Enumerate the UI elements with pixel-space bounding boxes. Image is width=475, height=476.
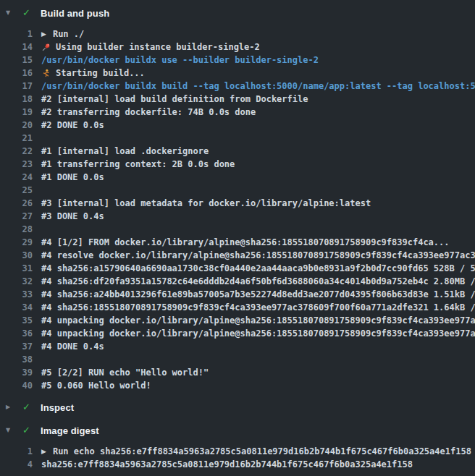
log-line-content: #5 [2/2] RUN echo "Hello world!"	[41, 366, 209, 379]
log-line: 1▶Run echo sha256:e7ff8834a5963a2785c5a0…	[0, 445, 475, 458]
log-line: 21	[0, 132, 475, 145]
chevron-right-icon[interactable]: ▶	[6, 399, 13, 415]
line-number[interactable]: 39	[0, 366, 33, 379]
log-section-image-digest: ▼✓Image digest1▶Run echo sha256:e7ff8834…	[0, 419, 475, 475]
log-text: #1 DONE 0.0s	[41, 171, 104, 184]
line-number[interactable]: 20	[0, 119, 33, 132]
log-text: Run ./	[53, 27, 84, 41]
command-echo-text: /usr/bin/docker buildx build --tag local…	[41, 80, 475, 93]
log-text: #4 sha256:df20fa9351a15782c64e6dddb2d4a6…	[41, 275, 475, 288]
line-number[interactable]: 27	[0, 210, 33, 223]
log-text: /usr/bin/docker buildx use --builder bui…	[41, 54, 319, 67]
line-number[interactable]: 15	[0, 54, 33, 67]
log-text: Starting build...	[56, 67, 145, 80]
log-text: #2 DONE 0.0s	[41, 119, 104, 132]
line-number[interactable]: 32	[0, 275, 33, 288]
line-number[interactable]: 30	[0, 249, 33, 262]
line-number[interactable]: 19	[0, 106, 33, 119]
section-header-image-digest[interactable]: ▼✓Image digest	[0, 422, 475, 438]
log-line-content: #1 DONE 0.0s	[41, 171, 104, 184]
workflow-log-viewer: ▼✓Build and push1▶Run ./14Using builder …	[0, 0, 475, 476]
line-number[interactable]: 1	[0, 445, 33, 458]
check-icon: ✓	[22, 399, 32, 415]
command-echo-text: /usr/bin/docker buildx use --builder bui…	[41, 54, 319, 67]
log-text: #3 DONE 0.4s	[41, 210, 104, 223]
log-line: 30#4 resolve docker.io/library/alpine@sh…	[0, 249, 475, 262]
expand-triangle-icon[interactable]: ▶	[41, 27, 46, 41]
line-number[interactable]: 26	[0, 197, 33, 210]
section-title: Image digest	[41, 425, 99, 436]
line-number[interactable]: 18	[0, 93, 33, 106]
line-number[interactable]: 37	[0, 340, 33, 353]
line-number[interactable]: 16	[0, 67, 33, 80]
log-line: 19#2 transferring dockerfile: 74B 0.0s d…	[0, 106, 475, 119]
line-number[interactable]: 1	[0, 27, 33, 41]
log-line: 17/usr/bin/docker buildx build --tag loc…	[0, 80, 475, 93]
line-number[interactable]: 23	[0, 158, 33, 171]
line-number[interactable]: 28	[0, 223, 33, 236]
log-line: 37#4 DONE 0.4s	[0, 340, 475, 353]
log-line-content: #4 unpacking docker.io/library/alpine@sh…	[41, 327, 475, 340]
log-text: #5 0.060 Hello world!	[41, 379, 151, 392]
line-number[interactable]: 24	[0, 171, 33, 184]
log-line: 1▶Run ./	[0, 27, 475, 41]
log-line: 35#4 unpacking docker.io/library/alpine@…	[0, 314, 475, 327]
section-log-lines: 1▶Run echo sha256:e7ff8834a5963a2785c5a0…	[0, 445, 475, 471]
log-line-content: ▶Run ./	[41, 27, 84, 41]
line-number[interactable]: 35	[0, 314, 33, 327]
log-line: 4sha256:e7ff8834a5963a2785c5a0811e979d16…	[0, 458, 475, 471]
pushpin-icon	[41, 43, 51, 52]
log-line: 25	[0, 184, 475, 197]
section-log-lines: 1▶Run ./14Using builder instance builder…	[0, 27, 475, 392]
section-header-build-and-push[interactable]: ▼✓Build and push	[0, 5, 475, 21]
log-line: 33#4 sha256:a24bb4013296f61e89ba57005a7b…	[0, 288, 475, 301]
log-text: #2 transferring dockerfile: 74B 0.0s don…	[41, 106, 256, 119]
log-text: #4 sha256:a15790640a6690aa1730c38cf0a440…	[41, 262, 475, 275]
line-number[interactable]: 29	[0, 236, 33, 249]
log-line-content: #4 [1/2] FROM docker.io/library/alpine@s…	[41, 236, 450, 249]
log-text: #4 sha256:a24bb4013296f61e89ba57005a7b3e…	[41, 288, 475, 301]
log-line: 31#4 sha256:a15790640a6690aa1730c38cf0a4…	[0, 262, 475, 275]
line-number[interactable]: 31	[0, 262, 33, 275]
line-number[interactable]: 25	[0, 184, 33, 197]
check-icon: ✓	[22, 422, 32, 438]
section-title: Build and push	[41, 8, 109, 19]
line-number[interactable]: 21	[0, 132, 33, 145]
log-line-content: #4 sha256:a24bb4013296f61e89ba57005a7b3e…	[41, 288, 475, 301]
log-line-content: #2 DONE 0.0s	[41, 119, 104, 132]
log-line: 26#3 [internal] load metadata for docker…	[0, 197, 475, 210]
expand-triangle-icon[interactable]: ▶	[41, 445, 46, 458]
log-text: #1 [internal] load .dockerignore	[41, 145, 209, 158]
chevron-down-icon[interactable]: ▼	[6, 5, 13, 21]
runner-icon	[41, 69, 51, 78]
line-number[interactable]: 14	[0, 41, 33, 54]
log-section-inspect: ▶✓Inspect	[0, 396, 475, 419]
log-line: 39#5 [2/2] RUN echo "Hello world!"	[0, 366, 475, 379]
log-text: #2 [internal] load build definition from…	[41, 93, 308, 106]
log-text: Using builder instance builder-single-2	[56, 41, 260, 54]
log-line: 18#2 [internal] load build definition fr…	[0, 93, 475, 106]
log-line-content: ▶Run echo sha256:e7ff8834a5963a2785c5a08…	[41, 445, 471, 458]
chevron-down-icon[interactable]: ▼	[6, 422, 13, 438]
line-number[interactable]: 36	[0, 327, 33, 340]
line-number[interactable]: 40	[0, 379, 33, 392]
line-number[interactable]: 34	[0, 301, 33, 314]
log-text: #5 [2/2] RUN echo "Hello world!"	[41, 366, 209, 379]
log-line-content: #5 0.060 Hello world!	[41, 379, 151, 392]
log-line: 38	[0, 353, 475, 366]
log-line: 27#3 DONE 0.4s	[0, 210, 475, 223]
line-number[interactable]: 4	[0, 458, 33, 471]
log-text: /usr/bin/docker buildx build --tag local…	[41, 80, 475, 93]
log-line-content: #3 DONE 0.4s	[41, 210, 104, 223]
log-text: #4 resolve docker.io/library/alpine@sha2…	[41, 249, 475, 262]
line-number[interactable]: 22	[0, 145, 33, 158]
log-line-content: #1 transferring context: 2B 0.0s done	[41, 158, 235, 171]
log-line: 23#1 transferring context: 2B 0.0s done	[0, 158, 475, 171]
line-number[interactable]: 33	[0, 288, 33, 301]
log-line: 29#4 [1/2] FROM docker.io/library/alpine…	[0, 236, 475, 249]
log-line: 40#5 0.060 Hello world!	[0, 379, 475, 392]
section-title: Inspect	[41, 402, 74, 413]
line-number[interactable]: 17	[0, 80, 33, 93]
line-number[interactable]: 38	[0, 353, 33, 366]
section-header-inspect[interactable]: ▶✓Inspect	[0, 399, 475, 415]
